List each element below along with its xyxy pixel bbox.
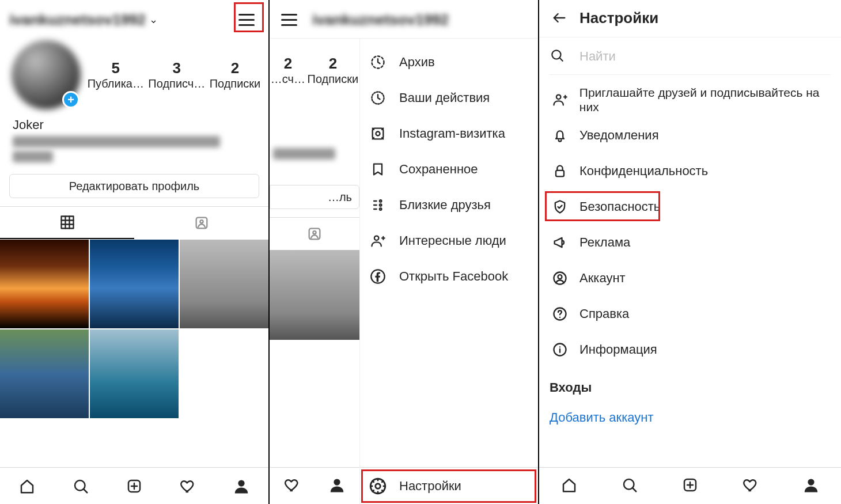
nav-profile-icon[interactable] bbox=[802, 476, 820, 496]
profile-pane: ivankuznetsov1992 ⌄ + 5 Публика… 3 Подпи… bbox=[0, 0, 270, 504]
settings-item[interactable]: Конфиденциальность bbox=[539, 153, 841, 189]
bottom-nav bbox=[0, 467, 268, 504]
settings-pane: Настройки Найти Приглашайте друзей и под… bbox=[539, 0, 841, 504]
nav-search-icon[interactable] bbox=[621, 476, 638, 496]
nametag-icon bbox=[368, 124, 388, 143]
nav-activity-icon[interactable] bbox=[283, 476, 301, 496]
drawer-item[interactable]: Интересные люди bbox=[360, 223, 538, 259]
drawer-item[interactable]: Ваши действия bbox=[360, 80, 538, 116]
search-icon bbox=[550, 48, 567, 65]
drawer-settings-button[interactable]: Настройки bbox=[360, 467, 538, 504]
edit-profile-button[interactable]: Редактировать профиль bbox=[9, 174, 259, 198]
nav-activity-icon[interactable] bbox=[178, 476, 198, 496]
add-story-icon[interactable]: + bbox=[62, 91, 79, 108]
info-icon bbox=[550, 339, 570, 360]
post-thumbnail[interactable] bbox=[90, 329, 179, 418]
drawer-username: ivankuznetsov1992 bbox=[312, 11, 449, 29]
settings-item[interactable]: Информация bbox=[539, 332, 841, 367]
hamburger-menu-button[interactable] bbox=[234, 8, 259, 31]
nav-search-icon[interactable] bbox=[71, 476, 90, 496]
edit-profile-frag: …ль bbox=[270, 185, 359, 209]
bio-line bbox=[13, 151, 53, 162]
stat-posts[interactable]: 5 Публика… bbox=[88, 59, 144, 90]
posts-grid bbox=[0, 240, 268, 418]
help-icon bbox=[550, 304, 570, 324]
settings-item[interactable]: Аккаунт bbox=[539, 260, 841, 296]
avatar[interactable]: + bbox=[12, 40, 81, 109]
nav-home-icon[interactable] bbox=[17, 476, 37, 496]
side-drawer: АрхивВаши действияInstagram-визиткаСохра… bbox=[359, 39, 538, 504]
activity-icon bbox=[368, 88, 388, 108]
tab-grid[interactable] bbox=[0, 207, 134, 239]
post-thumbnail[interactable] bbox=[0, 329, 89, 418]
drawer-item[interactable]: Архив bbox=[360, 44, 538, 80]
bookmark-icon bbox=[368, 160, 388, 179]
page-title: Настройки bbox=[579, 9, 658, 27]
display-name: Joker bbox=[13, 118, 256, 132]
profile-tabs bbox=[0, 206, 268, 239]
nav-create-icon[interactable] bbox=[681, 476, 699, 496]
nav-profile-icon[interactable] bbox=[328, 476, 346, 496]
bell-icon bbox=[550, 125, 570, 146]
lock-icon bbox=[550, 161, 570, 181]
drawer-item[interactable]: Близкие друзья bbox=[360, 187, 538, 223]
post-thumbnail-empty bbox=[180, 329, 268, 418]
archive-icon bbox=[368, 52, 388, 72]
settings-item[interactable]: Безопасность bbox=[539, 189, 841, 225]
bottom-nav bbox=[539, 467, 841, 504]
discover-people-icon bbox=[368, 231, 388, 251]
hamburger-menu-button[interactable] bbox=[276, 8, 302, 31]
nav-activity-icon[interactable] bbox=[742, 476, 759, 496]
post-thumbnail[interactable] bbox=[0, 240, 89, 328]
account-icon bbox=[550, 268, 570, 289]
profile-underlay: 2 …сч… 2 Подписки …ль bbox=[270, 39, 359, 504]
back-button[interactable] bbox=[550, 8, 569, 28]
add-account-link[interactable]: Добавить аккаунт bbox=[539, 397, 841, 438]
drawer-item[interactable]: Открыть Facebook bbox=[360, 259, 538, 294]
stat-followers[interactable]: 3 Подписч… bbox=[148, 59, 205, 90]
shield-check-icon bbox=[550, 196, 570, 217]
chevron-down-icon[interactable]: ⌄ bbox=[149, 13, 158, 26]
nav-create-icon[interactable] bbox=[124, 476, 144, 496]
drawer-item[interactable]: Сохраненное bbox=[360, 151, 538, 187]
stat-following[interactable]: 2 Подписки bbox=[210, 59, 261, 90]
section-logins: Входы bbox=[539, 370, 841, 397]
close-friends-icon bbox=[368, 195, 388, 215]
settings-item[interactable]: Уведомления bbox=[539, 118, 841, 153]
search-placeholder: Найти bbox=[579, 49, 616, 64]
facebook-icon bbox=[368, 267, 388, 286]
settings-item[interactable]: Реклама bbox=[539, 225, 841, 260]
megaphone-icon bbox=[550, 232, 570, 253]
invite-friends-icon bbox=[550, 89, 570, 110]
settings-gear-icon bbox=[368, 476, 388, 496]
post-thumbnail[interactable] bbox=[90, 240, 179, 328]
search-row[interactable]: Найти bbox=[550, 48, 831, 75]
drawer-pane: ivankuznetsov1992 2 …сч… 2 Подписки …ль bbox=[270, 0, 539, 504]
nav-home-icon[interactable] bbox=[560, 476, 578, 496]
bio-line bbox=[13, 136, 220, 147]
post-thumbnail[interactable] bbox=[180, 240, 268, 328]
nav-profile-icon[interactable] bbox=[232, 476, 251, 496]
drawer-item[interactable]: Instagram-визитка bbox=[360, 116, 538, 151]
settings-item[interactable]: Приглашайте друзей и подписывайтесь на н… bbox=[539, 82, 841, 118]
settings-item[interactable]: Справка bbox=[539, 296, 841, 332]
tab-tagged[interactable] bbox=[134, 207, 268, 239]
username[interactable]: ivankuznetsov1992 bbox=[9, 11, 146, 29]
